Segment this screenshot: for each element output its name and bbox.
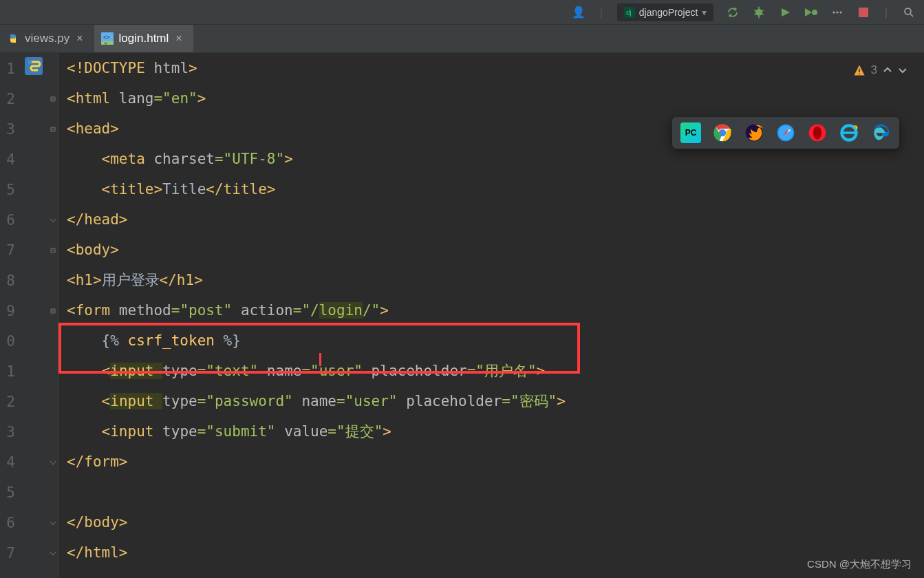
svg-text:dj: dj xyxy=(626,9,632,17)
warning-icon xyxy=(853,64,866,76)
opera-icon[interactable] xyxy=(807,122,828,143)
fold-marker[interactable] xyxy=(48,296,58,326)
fold-marker[interactable] xyxy=(48,205,58,235)
svg-rect-7 xyxy=(859,8,868,17)
line-number: 7 xyxy=(0,538,18,568)
code-line: {% csrf_token %} xyxy=(67,325,924,356)
icon-gutter xyxy=(18,53,48,578)
line-number: 2 xyxy=(0,387,18,417)
code-line xyxy=(67,477,924,507)
line-number: 5 xyxy=(0,478,18,508)
line-number: 9 xyxy=(0,296,18,326)
fold-marker[interactable] xyxy=(48,84,58,114)
user-icon[interactable] xyxy=(572,6,585,19)
watermark: CSDN @大炮不想学习 xyxy=(807,558,912,571)
svg-text:<>: <> xyxy=(103,34,110,41)
edge-icon[interactable] xyxy=(870,122,891,143)
close-icon[interactable]: × xyxy=(174,32,183,45)
code-line: <title>Title</title> xyxy=(67,174,924,204)
inspection-hints[interactable]: 3 xyxy=(853,63,907,77)
svg-rect-16 xyxy=(859,69,860,72)
line-number: 1 xyxy=(0,356,18,387)
tab-label: views.py xyxy=(25,32,69,45)
line-number-gutter: 1 2 3 4 5 6 7 8 9 0 1 2 3 4 5 6 7 xyxy=(0,53,18,578)
svg-point-15 xyxy=(28,60,32,64)
firefox-icon[interactable] xyxy=(744,122,764,143)
editor-tabs: views.py × <>H login.html × xyxy=(0,25,924,53)
svg-point-6 xyxy=(840,11,842,13)
caret xyxy=(319,353,321,366)
code-line: <input type="submit" value="提交"> xyxy=(67,416,924,447)
tab-label: login.html xyxy=(119,32,169,45)
nav-target-icon[interactable] xyxy=(25,57,43,75)
line-number: 5 xyxy=(0,175,18,205)
fold-gutter xyxy=(48,53,58,578)
ide-toolbar: | dj djangoProject ▾ | xyxy=(0,0,924,25)
chevron-down-icon[interactable] xyxy=(898,65,907,75)
svg-point-24 xyxy=(813,126,821,139)
fold-marker[interactable] xyxy=(48,447,58,478)
safari-icon[interactable] xyxy=(775,122,796,143)
search-icon[interactable] xyxy=(902,6,916,19)
code-line: <input type="text" name="user" placehold… xyxy=(67,356,924,386)
ie-icon[interactable] xyxy=(839,122,859,143)
warning-count: 3 xyxy=(871,63,877,77)
browser-preview-tray: PC xyxy=(672,117,899,149)
line-number: 1 xyxy=(0,54,18,84)
line-number: 6 xyxy=(0,508,18,538)
code-line: </form> xyxy=(67,447,924,477)
code-line: <h1>用户登录</h1> xyxy=(67,265,924,295)
fold-marker[interactable] xyxy=(48,235,58,266)
python-file-icon xyxy=(7,32,19,45)
code-line: <input type="password" name="user" place… xyxy=(67,386,924,416)
pycharm-icon[interactable]: PC xyxy=(680,122,701,143)
line-number: 4 xyxy=(0,144,18,175)
line-number: 6 xyxy=(0,205,18,235)
code-line: <!DOCTYPE html> xyxy=(67,53,924,83)
line-number: 8 xyxy=(0,266,18,296)
django-icon: dj xyxy=(624,7,635,18)
svg-text:H: H xyxy=(105,41,107,45)
code-line: </body> xyxy=(67,507,924,537)
line-number: 0 xyxy=(0,326,18,356)
bug-icon[interactable] xyxy=(752,6,766,19)
tab-views-py[interactable]: views.py × xyxy=(0,25,94,52)
chrome-icon[interactable] xyxy=(712,122,733,143)
line-number: 7 xyxy=(0,235,18,266)
fold-marker[interactable] xyxy=(48,508,58,538)
stop-icon[interactable] xyxy=(857,6,870,19)
svg-point-8 xyxy=(905,8,911,14)
code-line: </html> xyxy=(67,537,924,568)
code-line: </head> xyxy=(67,204,924,235)
chevron-up-icon[interactable] xyxy=(883,65,892,75)
line-number: 4 xyxy=(0,447,18,478)
run-config-selector[interactable]: dj djangoProject ▾ xyxy=(617,3,714,21)
code-line: <html lang="en"> xyxy=(67,83,924,114)
svg-point-4 xyxy=(833,11,835,13)
line-number: 3 xyxy=(0,417,18,447)
run-debug-icon[interactable] xyxy=(804,6,818,19)
more-icon[interactable] xyxy=(830,6,844,19)
svg-point-3 xyxy=(812,10,817,15)
svg-rect-12 xyxy=(101,41,114,45)
fold-marker[interactable] xyxy=(48,538,58,568)
run-config-label: djangoProject xyxy=(639,7,698,18)
line-number: 2 xyxy=(0,84,18,114)
html-file-icon: <>H xyxy=(101,32,114,45)
code-line: <body> xyxy=(67,235,924,265)
line-number: 3 xyxy=(0,114,18,144)
tab-login-html[interactable]: <>H login.html × xyxy=(94,25,193,52)
sync-icon[interactable] xyxy=(726,6,740,19)
svg-rect-17 xyxy=(859,74,860,75)
code-line: <form method="post" action="/login/"> xyxy=(67,295,924,325)
svg-point-5 xyxy=(837,11,839,13)
close-icon[interactable]: × xyxy=(75,32,84,45)
svg-point-2 xyxy=(755,9,762,16)
fold-marker[interactable] xyxy=(48,114,58,144)
run-icon[interactable] xyxy=(778,6,792,19)
